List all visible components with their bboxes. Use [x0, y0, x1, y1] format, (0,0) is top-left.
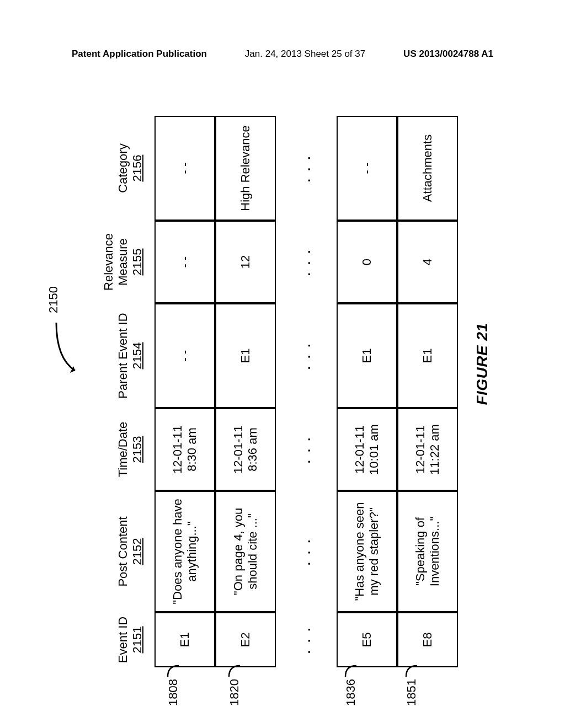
col-parent-event: Parent Event ID 2154: [96, 303, 154, 408]
figure-ref-number: 2150: [46, 286, 60, 313]
cell-post-content: "On page 4, you should cite ...": [215, 491, 276, 612]
cell-parent-event: E1: [337, 303, 397, 408]
figure-content: 2150 1808 1820 1836 1851 Event ID 2151: [74, 61, 491, 667]
figure-ref-arrow: 2150: [52, 0, 74, 375]
cell-time-date: 12-01-11 8:30 am: [154, 408, 215, 491]
ellipsis-cell: . . .: [276, 408, 337, 491]
header-center: Jan. 24, 2013 Sheet 25 of 37: [245, 49, 365, 60]
ellipsis-cell: . . .: [276, 303, 337, 408]
col-event-id: Event ID 2151: [96, 612, 154, 667]
event-table: Event ID 2151 Post Content 2152 Time/Dat…: [96, 116, 458, 667]
data-table-wrap: 1808 1820 1836 1851 Event ID 2151: [96, 61, 458, 667]
row-ref-1808: 1808: [166, 663, 181, 706]
cell-time-date: 12-01-11 11:22 am: [397, 408, 458, 491]
cell-relevance: 0: [337, 221, 397, 303]
cell-category: - -: [154, 116, 215, 221]
ellipsis-cell: . . .: [276, 491, 337, 612]
cell-post-content: "Has anyone seen my red stapler?": [337, 491, 397, 612]
table-row: E1 "Does anyone have anything..." 12-01-…: [154, 116, 215, 667]
col-post-content: Post Content 2152: [96, 491, 154, 612]
cell-event-id: E1: [154, 612, 215, 667]
ellipsis-cell: . . .: [276, 221, 337, 303]
header-left: Patent Application Publication: [72, 49, 207, 60]
cell-event-id: E8: [397, 612, 458, 667]
cell-parent-event: - -: [154, 303, 215, 408]
row-ref-1851: 1851: [404, 663, 419, 706]
cell-relevance: 4: [397, 221, 458, 303]
cell-relevance: 12: [215, 221, 276, 303]
cell-parent-event: E1: [397, 303, 458, 408]
cell-post-content: "Does anyone have anything...": [154, 491, 215, 612]
cell-category: - -: [337, 116, 397, 221]
row-ref-1820: 1820: [227, 663, 242, 706]
table-row: E8 "Speaking of Inventions..." 12-01-11 …: [397, 116, 458, 667]
cell-event-id: E5: [337, 612, 397, 667]
table-row: E5 "Has anyone seen my red stapler?" 12-…: [337, 116, 397, 667]
cell-relevance: - -: [154, 221, 215, 303]
ellipsis-row: . . . . . . . . . . . . . . . . . .: [276, 116, 337, 667]
table-row: E2 "On page 4, you should cite ..." 12-0…: [215, 116, 276, 667]
figure-caption: FIGURE 21: [473, 61, 491, 667]
col-relevance: Relevance Measure 2155: [96, 221, 154, 303]
cell-category: High Relevance: [215, 116, 276, 221]
cell-time-date: 12-01-11 8:36 am: [215, 408, 276, 491]
ellipsis-cell: . . .: [276, 612, 337, 667]
cell-event-id: E2: [215, 612, 276, 667]
col-time-date: Time/Date 2153: [96, 408, 154, 491]
cell-parent-event: E1: [215, 303, 276, 408]
col-category: Category 2156: [96, 116, 154, 221]
page-header: Patent Application Publication Jan. 24, …: [0, 49, 565, 60]
table-header-row: Event ID 2151 Post Content 2152 Time/Dat…: [96, 116, 154, 667]
row-ref-1836: 1836: [343, 663, 359, 706]
cell-post-content: "Speaking of Inventions...": [397, 491, 458, 612]
ellipsis-cell: . . .: [276, 116, 337, 221]
header-right: US 2013/0024788 A1: [403, 49, 493, 60]
cell-category: Attachments: [397, 116, 458, 221]
cell-time-date: 12-01-11 10:01 am: [337, 408, 397, 491]
